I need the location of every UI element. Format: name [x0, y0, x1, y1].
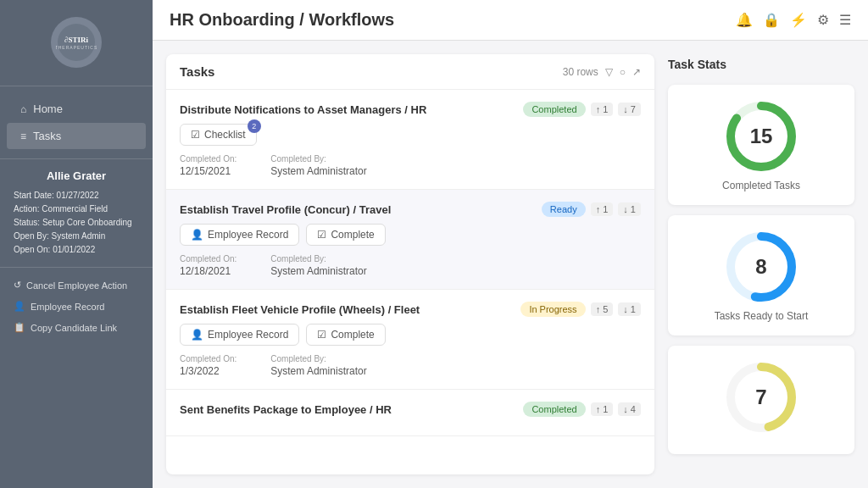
start-date-label: Start Date: [14, 191, 57, 200]
person-icon: 👤 [14, 301, 25, 312]
open-on-label: Open On: [14, 245, 53, 254]
copy-candidate-link[interactable]: 📋 Copy Candidate Link [7, 319, 146, 336]
completed-on-value: 1/3/2022 [180, 365, 236, 377]
checklist-icon: ☑ [191, 129, 200, 141]
ready-donut: 8 [723, 229, 799, 305]
checklist-button[interactable]: ☑ Checklist 2 [180, 124, 257, 146]
third-stat-card: 7 [668, 346, 854, 454]
content-area: Tasks 30 rows ▽ ○ ↗ Distribute Notificat… [153, 41, 868, 488]
status-value: Setup Core Onboarding [42, 218, 132, 227]
checklist-label: Checklist [204, 129, 246, 141]
tasks-title: Tasks [180, 64, 214, 79]
lock-icon[interactable]: 🔒 [763, 12, 780, 28]
up-badge: ↑ 1 [591, 402, 614, 416]
nav-items: ⌂ Home ≡ Tasks [0, 86, 153, 158]
third-donut: 7 [723, 359, 799, 435]
home-icon: ⌂ [20, 103, 26, 115]
completed-label: Completed Tasks [722, 180, 800, 191]
ready-tasks-card: 8 Tasks Ready to Start [668, 215, 854, 336]
cancel-icon: ↺ [14, 280, 21, 291]
copy-link-label: Copy Candidate Link [31, 323, 117, 333]
task-row-top: Distribute Notifications to Asset Manage… [180, 102, 641, 117]
completed-by-label: Completed By: [270, 154, 366, 164]
completed-by: Completed By: System Administrator [270, 354, 366, 377]
top-bar: HR Onboarding / Workflows 🔔 🔒 ⚡ ⚙ ☰ [153, 0, 868, 41]
open-by-value: System Admin [51, 231, 105, 241]
complete-button[interactable]: ☑ Complete [306, 324, 385, 346]
task-name: Establish Travel Profile (Concur) / Trav… [180, 203, 391, 216]
top-icons: 🔔 🔒 ⚡ ⚙ ☰ [736, 12, 851, 28]
status-badge: Completed [523, 402, 585, 417]
completed-on: Completed On: 1/3/2022 [180, 354, 236, 377]
sidebar: ∂STIRi THERAPEUTICS ⌂ Home ≡ Tasks Allie… [0, 0, 153, 488]
gear-icon[interactable]: ⚙ [817, 12, 829, 28]
third-count: 7 [755, 385, 766, 409]
task-badges: In Progress ↑ 5 ↓ 1 [520, 302, 641, 317]
completed-count: 15 [750, 125, 773, 148]
sidebar-item-home[interactable]: ⌂ Home [7, 96, 146, 122]
completed-by-value: System Administrator [270, 165, 366, 177]
completed-by: Completed By: System Administrator [270, 154, 366, 177]
filter-icon[interactable]: ▽ [605, 66, 613, 78]
lightning-icon[interactable]: ⚡ [790, 12, 807, 28]
stats-title: Task Stats [668, 54, 854, 75]
action-value: Commercial Field [42, 204, 108, 214]
tasks-controls: 30 rows ▽ ○ ↗ [563, 66, 641, 78]
completed-on-label: Completed On: [180, 354, 236, 363]
employee-record-label: Employee Record [208, 329, 288, 341]
down-badge: ↓ 4 [618, 402, 641, 416]
task-row: Establish Travel Profile (Concur) / Trav… [166, 190, 654, 290]
completed-on-label: Completed On: [180, 254, 236, 263]
completed-by-value: System Administrator [270, 265, 366, 277]
user-name: Allie Grater [14, 169, 139, 182]
checklist-badge: 2 [248, 119, 261, 133]
task-name: Distribute Notifications to Asset Manage… [180, 103, 426, 116]
start-date-value: 01/27/2022 [57, 191, 99, 200]
row-count: 30 rows [563, 66, 598, 78]
status-badge: Ready [542, 202, 586, 217]
menu-icon[interactable]: ☰ [839, 12, 851, 28]
logo-area: ∂STIRi THERAPEUTICS [0, 0, 153, 86]
export-icon[interactable]: ↗ [632, 66, 641, 78]
employee-record-button[interactable]: 👤 Employee Record [180, 224, 299, 246]
task-actions: ☑ Checklist 2 [180, 124, 641, 146]
completed-by-label: Completed By: [270, 254, 366, 263]
ready-label: Tasks Ready to Start [715, 310, 809, 322]
employee-record-button[interactable]: 👤 Employee Record [180, 324, 299, 346]
completed-on-value: 12/18/2021 [180, 265, 236, 277]
sidebar-item-tasks[interactable]: ≡ Tasks [7, 123, 146, 149]
tasks-icon: ≡ [20, 130, 26, 142]
person-icon: 👤 [191, 229, 203, 241]
comment-icon[interactable]: ○ [620, 66, 626, 78]
completed-by-value: System Administrator [270, 365, 366, 377]
check-icon: ☑ [317, 329, 326, 341]
bell-icon[interactable]: 🔔 [736, 12, 753, 28]
complete-label: Complete [331, 229, 374, 241]
task-actions: 👤 Employee Record ☑ Complete [180, 224, 641, 246]
employee-record-link[interactable]: 👤 Employee Record [7, 297, 146, 315]
task-badges: Completed ↑ 1 ↓ 4 [523, 402, 641, 417]
svg-text:∂STIRi: ∂STIRi [64, 36, 88, 44]
main-content: HR Onboarding / Workflows 🔔 🔒 ⚡ ⚙ ☰ Task… [153, 0, 868, 488]
tasks-header: Tasks 30 rows ▽ ○ ↗ [166, 54, 654, 90]
sidebar-actions: ↺ Cancel Employee Action 👤 Employee Reco… [0, 268, 153, 345]
status-badge: Completed [523, 102, 585, 117]
copy-icon: 📋 [14, 322, 25, 333]
completed-by: Completed By: System Administrator [270, 254, 366, 277]
cancel-employee-action[interactable]: ↺ Cancel Employee Action [7, 276, 146, 294]
status-badge: In Progress [520, 302, 585, 317]
person-icon: 👤 [191, 329, 203, 341]
svg-text:THERAPEUTICS: THERAPEUTICS [56, 45, 97, 50]
completed-on-label: Completed On: [180, 154, 236, 164]
task-badges: Ready ↑ 1 ↓ 1 [542, 202, 641, 217]
complete-button[interactable]: ☑ Complete [306, 224, 385, 246]
task-row-top: Sent Benefits Package to Employee / HR C… [180, 402, 641, 417]
stats-panel: Task Stats 15 Completed Tasks [668, 54, 854, 474]
nav-home-label: Home [33, 103, 63, 115]
task-name: Establish Fleet Vehicle Profile (Wheels)… [180, 303, 420, 316]
task-actions: 👤 Employee Record ☑ Complete [180, 324, 641, 346]
task-badges: Completed ↑ 1 ↓ 7 [523, 102, 641, 117]
task-row-top: Establish Travel Profile (Concur) / Trav… [180, 202, 641, 217]
task-row: Sent Benefits Package to Employee / HR C… [166, 390, 654, 436]
ready-count: 8 [755, 255, 766, 279]
